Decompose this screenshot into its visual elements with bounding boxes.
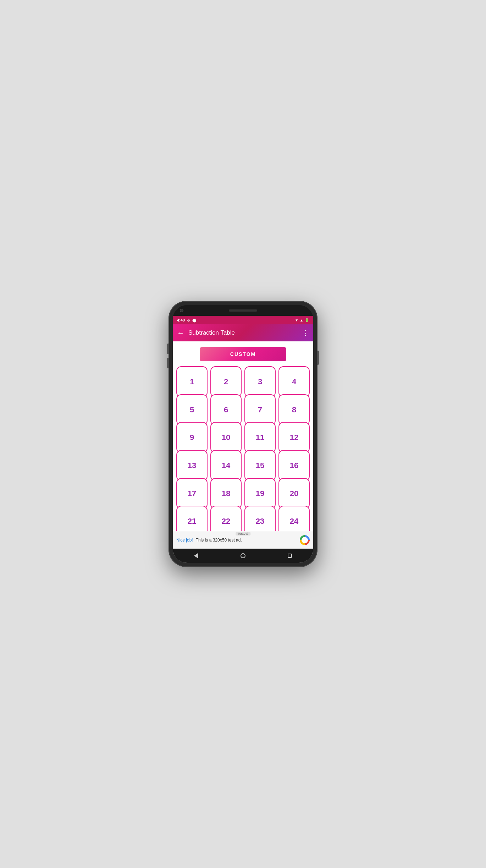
nav-recents-button[interactable] bbox=[285, 550, 295, 561]
ad-nice-text: Nice job! bbox=[176, 538, 193, 543]
speaker bbox=[229, 309, 257, 312]
number-button-1[interactable]: 1 bbox=[176, 366, 208, 397]
nav-back-icon bbox=[194, 553, 198, 559]
navigation-bar bbox=[173, 549, 313, 563]
power-button[interactable] bbox=[317, 351, 319, 365]
content-area: CUSTOM 123456789101112131415161718192021… bbox=[173, 341, 313, 531]
ad-label: Test Ad bbox=[236, 532, 250, 535]
number-button-6[interactable]: 6 bbox=[210, 394, 242, 425]
number-button-17[interactable]: 17 bbox=[176, 478, 208, 509]
toolbar: ← Subtraction Table ⋮ bbox=[173, 324, 313, 341]
nav-recent-icon bbox=[288, 554, 292, 558]
ad-logo-inner bbox=[302, 537, 308, 543]
volume-down-button[interactable] bbox=[167, 358, 169, 368]
battery-icon: 🔋 bbox=[305, 318, 309, 322]
back-button[interactable]: ← bbox=[177, 329, 184, 337]
nav-home-button[interactable] bbox=[238, 550, 248, 561]
phone-screen: 4:40 ⚙ ⬤ ▼ ▲ 🔋 ← Subtraction Table ⋮ CUS… bbox=[173, 305, 313, 563]
phone-top-bar bbox=[173, 305, 313, 316]
status-time: 4:40 bbox=[177, 318, 185, 322]
menu-button[interactable]: ⋮ bbox=[302, 329, 309, 337]
number-button-14[interactable]: 14 bbox=[210, 450, 242, 481]
screen: 4:40 ⚙ ⬤ ▼ ▲ 🔋 ← Subtraction Table ⋮ CUS… bbox=[173, 316, 313, 563]
number-button-7[interactable]: 7 bbox=[244, 394, 276, 425]
volume-up-button[interactable] bbox=[167, 344, 169, 354]
number-button-8[interactable]: 8 bbox=[278, 394, 310, 425]
numbers-grid: 123456789101112131415161718192021222324 bbox=[176, 366, 310, 531]
ad-description: This is a 320x50 test ad. bbox=[196, 538, 297, 543]
number-button-3[interactable]: 3 bbox=[244, 366, 276, 397]
phone-device: 4:40 ⚙ ⬤ ▼ ▲ 🔋 ← Subtraction Table ⋮ CUS… bbox=[169, 301, 317, 567]
nav-home-icon bbox=[241, 553, 245, 558]
ad-logo bbox=[300, 535, 310, 545]
status-bar: 4:40 ⚙ ⬤ ▼ ▲ 🔋 bbox=[173, 316, 313, 324]
status-left: 4:40 ⚙ ⬤ bbox=[177, 318, 196, 322]
number-button-12[interactable]: 12 bbox=[278, 422, 310, 453]
number-button-15[interactable]: 15 bbox=[244, 450, 276, 481]
number-button-9[interactable]: 9 bbox=[176, 422, 208, 453]
ad-banner: Test Ad Nice job! This is a 320x50 test … bbox=[173, 531, 313, 549]
number-button-11[interactable]: 11 bbox=[244, 422, 276, 453]
number-button-2[interactable]: 2 bbox=[210, 366, 242, 397]
front-camera bbox=[180, 309, 183, 312]
number-button-24[interactable]: 24 bbox=[278, 506, 310, 531]
number-button-22[interactable]: 22 bbox=[210, 506, 242, 531]
nav-back-button[interactable] bbox=[191, 550, 201, 561]
number-button-13[interactable]: 13 bbox=[176, 450, 208, 481]
number-button-19[interactable]: 19 bbox=[244, 478, 276, 509]
number-button-18[interactable]: 18 bbox=[210, 478, 242, 509]
number-button-20[interactable]: 20 bbox=[278, 478, 310, 509]
number-button-4[interactable]: 4 bbox=[278, 366, 310, 397]
custom-button[interactable]: CUSTOM bbox=[200, 347, 286, 361]
number-button-23[interactable]: 23 bbox=[244, 506, 276, 531]
wifi-icon: ▼ bbox=[295, 318, 298, 322]
page-title: Subtraction Table bbox=[188, 329, 302, 336]
circle-icon: ⬤ bbox=[192, 318, 196, 322]
number-button-16[interactable]: 16 bbox=[278, 450, 310, 481]
number-button-10[interactable]: 10 bbox=[210, 422, 242, 453]
settings-icon: ⚙ bbox=[187, 318, 190, 322]
number-button-21[interactable]: 21 bbox=[176, 506, 208, 531]
status-right: ▼ ▲ 🔋 bbox=[295, 318, 309, 322]
signal-icon: ▲ bbox=[300, 318, 303, 322]
number-button-5[interactable]: 5 bbox=[176, 394, 208, 425]
